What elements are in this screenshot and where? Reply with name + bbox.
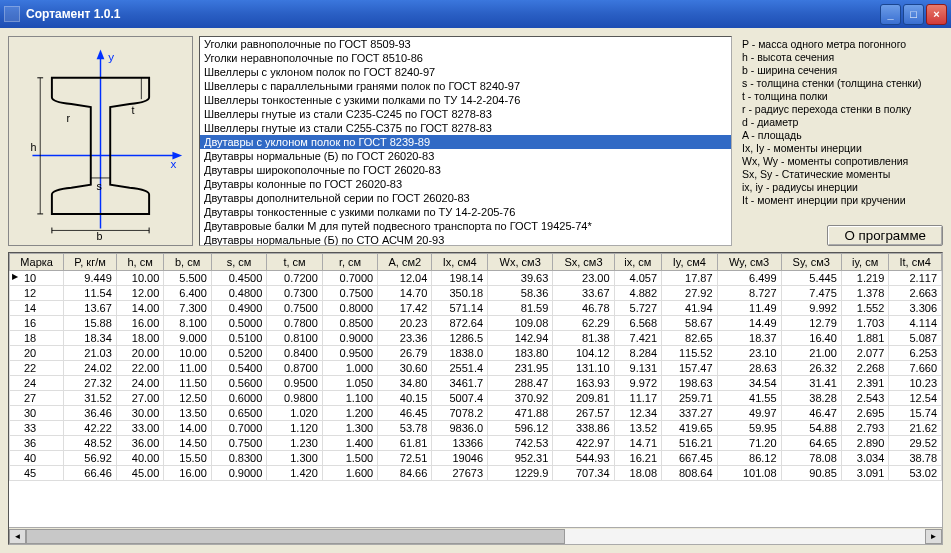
list-item[interactable]: Двутавры с уклоном полок по ГОСТ 8239-89 bbox=[200, 135, 731, 149]
table-row[interactable]: 3036.4630.0013.500.65001.0201.20046.4570… bbox=[10, 406, 942, 421]
table-row[interactable]: 2224.0222.0011.000.54000.87001.00030.602… bbox=[10, 361, 942, 376]
close-button[interactable]: × bbox=[926, 4, 947, 25]
table-cell: 2.663 bbox=[889, 286, 942, 301]
table-cell: 24.02 bbox=[64, 361, 117, 376]
table-row[interactable]: 1211.5412.006.4000.48000.73000.750014.70… bbox=[10, 286, 942, 301]
table-cell: 0.4900 bbox=[211, 301, 266, 316]
table-cell: 30.00 bbox=[116, 406, 164, 421]
table-cell: 5.500 bbox=[164, 271, 212, 286]
table-cell: 66.46 bbox=[64, 466, 117, 481]
table-cell: 16 bbox=[10, 316, 64, 331]
table-cell: 0.7500 bbox=[211, 436, 266, 451]
list-item[interactable]: Двутавры тонкостенные с узкими полками п… bbox=[200, 205, 731, 219]
table-cell: 1.500 bbox=[322, 451, 377, 466]
column-header[interactable]: Sy, см3 bbox=[781, 254, 841, 271]
column-header[interactable]: b, см bbox=[164, 254, 212, 271]
list-item[interactable]: Швеллеры с уклоном полок по ГОСТ 8240-97 bbox=[200, 65, 731, 79]
table-cell: 338.86 bbox=[553, 421, 614, 436]
legend-line: b - ширина сечения bbox=[742, 64, 943, 77]
legend-line: s - толщина стенки (толщина стенки) bbox=[742, 77, 943, 90]
table-cell: 267.57 bbox=[553, 406, 614, 421]
column-header[interactable]: Ix, см4 bbox=[432, 254, 488, 271]
column-header[interactable]: t, см bbox=[267, 254, 322, 271]
list-item[interactable]: Двутавры колонные по ГОСТ 26020-83 bbox=[200, 177, 731, 191]
table-cell: 0.7000 bbox=[322, 271, 377, 286]
table-cell: 1.552 bbox=[841, 301, 889, 316]
list-item[interactable]: Двутавры нормальные (Б) по СТО АСЧМ 20-9… bbox=[200, 233, 731, 246]
list-item[interactable]: Двутавровые балки М для путей подвесного… bbox=[200, 219, 731, 233]
table-row[interactable]: 1413.6714.007.3000.49000.75000.800017.42… bbox=[10, 301, 942, 316]
legend-panel: P - масса одного метра погонногоh - высо… bbox=[738, 36, 943, 246]
legend-line: ix, iy - радиусы инерции bbox=[742, 181, 943, 194]
column-header[interactable]: ix, см bbox=[614, 254, 662, 271]
minimize-button[interactable]: _ bbox=[880, 4, 901, 25]
scroll-thumb[interactable] bbox=[26, 529, 565, 544]
table-cell: 163.93 bbox=[553, 376, 614, 391]
table-row[interactable]: 1615.8816.008.1000.50000.78000.850020.23… bbox=[10, 316, 942, 331]
scroll-right-arrow[interactable]: ► bbox=[925, 529, 942, 544]
table-row[interactable]: 4566.4645.0016.000.90001.4201.60084.6627… bbox=[10, 466, 942, 481]
list-item[interactable]: Уголки неравнополочные по ГОСТ 8510-86 bbox=[200, 51, 731, 65]
table-cell: 61.81 bbox=[378, 436, 432, 451]
table-cell: 419.65 bbox=[662, 421, 717, 436]
table-row[interactable]: 4056.9240.0015.500.83001.3001.50072.5119… bbox=[10, 451, 942, 466]
column-header[interactable]: A, см2 bbox=[378, 254, 432, 271]
horizontal-scrollbar[interactable]: ◄ ► bbox=[9, 527, 942, 544]
list-item[interactable]: Швеллеры гнутые из стали С235-С245 по ГО… bbox=[200, 107, 731, 121]
table-cell: 0.9500 bbox=[267, 376, 322, 391]
table-cell: 21.62 bbox=[889, 421, 942, 436]
table-row[interactable]: 3648.5236.0014.500.75001.2301.40061.8113… bbox=[10, 436, 942, 451]
legend-line: A - площадь bbox=[742, 129, 943, 142]
table-cell: 12.34 bbox=[614, 406, 662, 421]
column-header[interactable]: iy, см bbox=[841, 254, 889, 271]
column-header[interactable]: Sx, см3 bbox=[553, 254, 614, 271]
column-header[interactable]: r, см bbox=[322, 254, 377, 271]
column-header[interactable]: It, см4 bbox=[889, 254, 942, 271]
table-cell: 18.08 bbox=[614, 466, 662, 481]
list-item[interactable]: Уголки равнополочные по ГОСТ 8509-93 bbox=[200, 37, 731, 51]
list-item[interactable]: Двутавры дополнительной серии по ГОСТ 26… bbox=[200, 191, 731, 205]
about-button[interactable]: О программе bbox=[827, 225, 943, 246]
table-cell: 231.95 bbox=[488, 361, 553, 376]
list-item[interactable]: Швеллеры гнутые из стали С255-С375 по ГО… bbox=[200, 121, 731, 135]
table-cell: 742.53 bbox=[488, 436, 553, 451]
list-item[interactable]: Двутавры широкополочные по ГОСТ 26020-83 bbox=[200, 163, 731, 177]
table-cell: 29.52 bbox=[889, 436, 942, 451]
table-cell: 1.600 bbox=[322, 466, 377, 481]
table-row[interactable]: 2021.0320.0010.000.52000.84000.950026.79… bbox=[10, 346, 942, 361]
table-row[interactable]: 3342.2233.0014.000.70001.1201.30053.7898… bbox=[10, 421, 942, 436]
table-cell: 2.543 bbox=[841, 391, 889, 406]
table-row[interactable]: 1818.3418.009.0000.51000.81000.900023.36… bbox=[10, 331, 942, 346]
table-row[interactable]: 2731.5227.0012.500.60000.98001.10040.155… bbox=[10, 391, 942, 406]
table-cell: 11.17 bbox=[614, 391, 662, 406]
list-item[interactable]: Двутавры нормальные (Б) по ГОСТ 26020-83 bbox=[200, 149, 731, 163]
table-cell: 86.12 bbox=[717, 451, 781, 466]
table-cell: 22.00 bbox=[116, 361, 164, 376]
table-cell: 0.8000 bbox=[322, 301, 377, 316]
column-header[interactable]: P, кг/м bbox=[64, 254, 117, 271]
legend-line: t - толщина полки bbox=[742, 90, 943, 103]
list-item[interactable]: Швеллеры тонкостенные с узкими полками п… bbox=[200, 93, 731, 107]
column-header[interactable]: Марка bbox=[10, 254, 64, 271]
profile-listbox[interactable]: Уголки равнополочные по ГОСТ 8509-93Угол… bbox=[199, 36, 732, 246]
table-row[interactable]: 109.44910.005.5000.45000.72000.700012.04… bbox=[10, 271, 942, 286]
titlebar: Сортамент 1.0.1 _ □ × bbox=[0, 0, 951, 28]
table-cell: 1229.9 bbox=[488, 466, 553, 481]
table-cell: 0.5400 bbox=[211, 361, 266, 376]
column-header[interactable]: Iy, см4 bbox=[662, 254, 717, 271]
table-row[interactable]: 2427.3224.0011.500.56000.95001.05034.803… bbox=[10, 376, 942, 391]
properties-table[interactable]: МаркаP, кг/мh, смb, смs, смt, смr, смA, … bbox=[8, 252, 943, 545]
column-header[interactable]: Wx, см3 bbox=[488, 254, 553, 271]
column-header[interactable]: Wy, см3 bbox=[717, 254, 781, 271]
scroll-left-arrow[interactable]: ◄ bbox=[9, 529, 26, 544]
table-cell: 14.71 bbox=[614, 436, 662, 451]
table-cell: 0.4800 bbox=[211, 286, 266, 301]
maximize-button[interactable]: □ bbox=[903, 4, 924, 25]
table-cell: 0.7300 bbox=[267, 286, 322, 301]
table-cell: 7.475 bbox=[781, 286, 841, 301]
column-header[interactable]: s, см bbox=[211, 254, 266, 271]
table-cell: 0.9800 bbox=[267, 391, 322, 406]
legend-line: h - высота сечения bbox=[742, 51, 943, 64]
column-header[interactable]: h, см bbox=[116, 254, 164, 271]
list-item[interactable]: Швеллеры с параллельными гранями полок п… bbox=[200, 79, 731, 93]
